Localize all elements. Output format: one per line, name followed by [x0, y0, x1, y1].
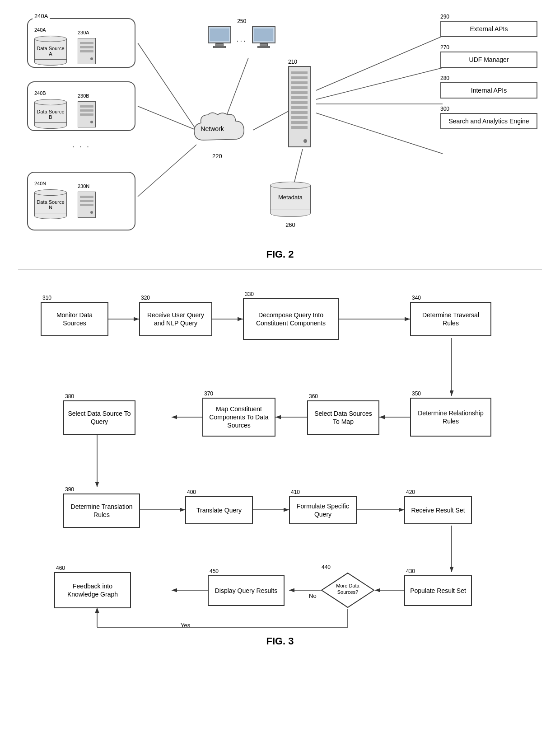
- box-420-id: 420: [406, 489, 415, 496]
- box-380-label: Select Data Source To Query: [67, 409, 132, 426]
- box-320-label: Receive User Query and NLP Query: [143, 311, 209, 327]
- monitor-2: [252, 26, 275, 48]
- external-apis-box: External APIs: [440, 21, 537, 37]
- network-id: 220: [212, 153, 222, 160]
- box-450-id: 450: [210, 568, 219, 575]
- computers-group: 250 ...: [208, 18, 275, 48]
- right-boxes: 290 External APIs 270 UDF Manager 280 In…: [440, 14, 537, 135]
- box-400-id: 400: [187, 489, 196, 496]
- svg-line-6: [316, 68, 443, 99]
- svg-line-9: [294, 149, 303, 185]
- box-410-label: Formulate Specific Query: [293, 502, 353, 518]
- box-350-id: 350: [412, 390, 421, 398]
- box-340: 340 Determine Traversal Rules: [410, 302, 491, 336]
- box-390-id: 390: [65, 486, 74, 494]
- ds-b-text: Data Source B: [35, 109, 66, 120]
- box-410: 410 Formulate Specific Query: [289, 496, 357, 524]
- cylinder-n: Data Source N: [34, 189, 67, 216]
- server-a-id: 230A: [78, 30, 89, 35]
- computers-id: 250: [208, 18, 275, 24]
- internal-apis-box: Internal APIs: [440, 82, 537, 99]
- box-440-id: 440: [322, 564, 331, 570]
- metadata-group: Metadata 260: [270, 181, 311, 228]
- ds-a-id: 240A: [34, 27, 46, 33]
- no-label: No: [309, 592, 317, 599]
- server-a: [78, 38, 96, 64]
- box-400: 400 Translate Query: [185, 496, 253, 524]
- box-410-id: 410: [291, 489, 300, 496]
- box-340-label: Determine Traversal Rules: [414, 311, 488, 327]
- box-370: 370 Map Constituent Components To Data S…: [202, 398, 275, 437]
- svg-line-5: [316, 36, 443, 90]
- svg-line-1: [138, 106, 196, 130]
- datasource-b-group: 240B Data Source B 230B: [27, 81, 135, 131]
- svg-line-3: [253, 108, 294, 130]
- box-460-label: Feedback into Knowledge Graph: [58, 582, 127, 598]
- fig2-diagram: 240A 240A Data Source A 230A: [18, 9, 542, 244]
- box-450: 450 Display Query Results: [208, 575, 285, 606]
- server-n: [78, 192, 96, 218]
- cylinder-a: Data Source A: [34, 35, 67, 62]
- datasource-n-group: 240N Data Source N 230N: [27, 172, 135, 230]
- ds-b-id: 240B: [34, 90, 46, 96]
- page: 240A 240A Data Source A 230A: [0, 0, 560, 656]
- box-320: 320 Receive User Query and NLP Query: [139, 302, 212, 336]
- box-430-id: 430: [406, 568, 415, 575]
- search-analytics-container: 300 Search and Analytics Engine: [440, 106, 537, 129]
- udf-manager-container: 270 UDF Manager: [440, 44, 537, 68]
- box-430-label: Populate Result Set: [410, 587, 466, 595]
- ellipsis: ...: [237, 35, 247, 43]
- box-450-label: Display Query Results: [215, 587, 278, 595]
- svg-text:Sources?: Sources?: [337, 589, 358, 595]
- box-310: 310 Monitor Data Sources: [41, 302, 108, 336]
- dots-separator: . . .: [72, 140, 90, 150]
- box-420-label: Receive Result Set: [411, 506, 465, 514]
- box-430: 430 Populate Result Set: [404, 575, 472, 606]
- box-380: 380 Select Data Source To Query: [63, 400, 135, 435]
- box-420: 420 Receive Result Set: [404, 496, 472, 524]
- ds-a-text: Data Source A: [35, 46, 66, 56]
- svg-line-2: [138, 145, 196, 197]
- box-330: 330 Decompose Query Into Constituent Com…: [243, 298, 339, 340]
- svg-line-8: [316, 113, 443, 154]
- box-310-label: Monitor Data Sources: [44, 311, 105, 327]
- box-340-id: 340: [412, 295, 421, 302]
- box-400-label: Translate Query: [196, 506, 242, 514]
- box-370-label: Map Constituent Components To Data Sourc…: [206, 405, 272, 430]
- internal-apis-container: 280 Internal APIs: [440, 75, 537, 99]
- yes-label: Yes: [181, 622, 190, 629]
- metadata-label: Metadata: [271, 194, 310, 201]
- monitor-1: [208, 26, 231, 48]
- metadata-id: 260: [270, 221, 311, 228]
- server-n-id: 230N: [78, 183, 89, 189]
- udf-manager-id: 270: [440, 44, 537, 51]
- svg-line-0: [138, 43, 196, 130]
- box-350-label: Determine Relationship Rules: [414, 409, 488, 425]
- udf-manager-box: UDF Manager: [440, 52, 537, 68]
- ds-n-text: Data Source N: [35, 199, 66, 210]
- search-analytics-id: 300: [440, 106, 537, 112]
- box-460: 460 Feedback into Knowledge Graph: [54, 572, 131, 608]
- box-330-label: Decompose Query Into Constituent Compone…: [247, 311, 335, 327]
- box-360: 360 Select Data Sources To Map: [307, 400, 379, 435]
- cylinder-b: Data Source B: [34, 99, 67, 126]
- external-apis-id: 290: [440, 14, 537, 20]
- box-360-label: Select Data Sources To Map: [311, 409, 376, 426]
- central-server: [288, 66, 311, 147]
- box-380-id: 380: [65, 393, 74, 400]
- box-390-label: Determine Translation Rules: [67, 503, 136, 519]
- search-analytics-box: Search and Analytics Engine: [440, 113, 537, 129]
- box-360-id: 360: [309, 393, 318, 400]
- fig2-label: FIG. 2: [18, 249, 542, 260]
- central-server-group: 210: [288, 59, 311, 147]
- box-310-id: 310: [42, 295, 51, 302]
- box-350: 350 Determine Relationship Rules: [410, 398, 491, 437]
- diamond-440: 440 More Data Sources?: [321, 572, 375, 610]
- central-server-id: 210: [288, 59, 311, 65]
- box-320-id: 320: [141, 295, 150, 302]
- fig3-diagram: 310 Monitor Data Sources 320 Receive Use…: [18, 279, 542, 632]
- box-330-id: 330: [245, 291, 254, 298]
- datasource-a-group: 240A 240A Data Source A 230A: [27, 18, 135, 68]
- box-460-id: 460: [56, 565, 65, 572]
- metadata-cylinder: Metadata: [270, 185, 311, 213]
